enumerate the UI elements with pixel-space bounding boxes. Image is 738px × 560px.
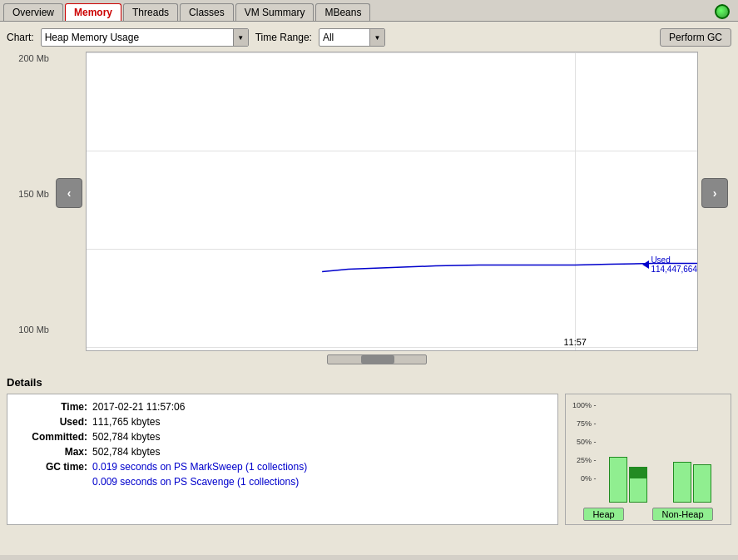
heap-button[interactable]: Heap [583, 508, 623, 521]
gc-time-value1: 0.019 seconds on PS MarkSweep (1 collect… [92, 461, 307, 473]
time-value: 2017-02-21 11:57:06 [92, 401, 185, 413]
chart-area-wrapper: 200 Mb 150 Mb 100 Mb ‹ [7, 52, 731, 351]
detail-gc-row2: 0.009 seconds on PS Scavenge (1 collecti… [17, 476, 547, 488]
y-label-200: 200 Mb [7, 53, 49, 63]
gc-time-label: GC time: [17, 461, 92, 473]
committed-value: 502,784 kbytes [92, 431, 160, 443]
y-label-150: 150 Mb [7, 189, 49, 199]
chart-svg [87, 52, 697, 350]
bar-y-0: 0% - [572, 474, 597, 483]
bar-y-axis: 100% - 75% - 50% - 25% - 0% - [572, 401, 597, 483]
chart-select[interactable]: Heap Memory Usage [42, 30, 233, 45]
perform-gc-button[interactable]: Perform GC [660, 28, 731, 47]
committed-label: Committed: [17, 431, 92, 443]
toolbar-row: Chart: Heap Memory Usage ▼ Time Range: A… [7, 28, 731, 47]
bar-chart-container: 100% - 75% - 50% - 25% - 0% - [569, 398, 727, 506]
detail-max-row: Max: 502,784 kbytes [17, 446, 547, 458]
max-label: Max: [17, 446, 92, 458]
used-value: 111,765 kbytes [92, 416, 160, 428]
time-range-label: Time Range: [255, 32, 312, 43]
detail-gc-row1: GC time: 0.019 seconds on PS MarkSweep (… [17, 461, 547, 473]
tab-classes[interactable]: Classes [180, 3, 234, 21]
nav-next-button[interactable]: › [701, 178, 728, 208]
heap-bar-1 [609, 457, 627, 503]
bar-y-25: 25% - [572, 456, 597, 464]
detail-used-row: Used: 111,765 kbytes [17, 416, 547, 428]
y-label-100: 100 Mb [7, 325, 49, 335]
details-section: Details Time: 2017-02-21 11:57:06 Used: … [7, 373, 731, 528]
detail-time-row: Time: 2017-02-21 11:57:06 [17, 401, 547, 413]
detail-committed-row: Committed: 502,784 kbytes [17, 431, 547, 443]
tab-mbeans[interactable]: MBeans [315, 3, 370, 21]
heap-bar-2 [629, 467, 647, 503]
time-range-select-arrow[interactable]: ▼ [369, 29, 384, 46]
tab-overview[interactable]: Overview [3, 3, 63, 21]
gc-time-label2 [17, 476, 92, 488]
non-heap-button[interactable]: Non-Heap [652, 508, 712, 521]
scrollbar-area [52, 354, 701, 364]
used-value-label: Used 114,447,664 [649, 255, 697, 274]
bar-y-50: 50% - [572, 438, 597, 446]
time-range-select[interactable]: All [319, 30, 369, 45]
heap-bar-2-dark [630, 468, 646, 478]
y-axis: 200 Mb 150 Mb 100 Mb [7, 52, 52, 351]
tab-bar: Overview Memory Threads Classes VM Summa… [0, 0, 738, 22]
bar-y-100: 100% - [572, 401, 597, 409]
nav-prev-button[interactable]: ‹ [56, 178, 82, 208]
time-label: Time: [17, 401, 92, 413]
heap-bars [609, 401, 647, 503]
used-arrow [642, 260, 649, 269]
non-heap-bars [673, 401, 711, 503]
bar-y-75: 75% - [572, 419, 597, 428]
x-axis-label: 11:57 [563, 337, 587, 347]
non-heap-bar-1 [673, 462, 691, 503]
scrollbar-thumb[interactable] [361, 355, 394, 364]
max-value: 502,784 kbytes [92, 446, 160, 458]
chart-area: Used 114,447,664 11:57 [86, 52, 698, 351]
used-label: Used: [17, 416, 92, 428]
scrollbar-track[interactable] [327, 354, 427, 364]
bar-chart-area: 100% - 75% - 50% - 25% - 0% - [565, 394, 731, 525]
time-range-select-wrapper: All ▼ [319, 28, 385, 47]
main-content: Chart: Heap Memory Usage ▼ Time Range: A… [0, 22, 738, 555]
gc-time-value2: 0.009 seconds on PS Scavenge (1 collecti… [92, 476, 299, 488]
details-body: Time: 2017-02-21 11:57:06 Used: 111,765 … [7, 394, 731, 525]
details-title: Details [7, 376, 731, 389]
plugin-icon [715, 4, 730, 19]
tab-threads[interactable]: Threads [123, 3, 178, 21]
chart-select-wrapper: Heap Memory Usage ▼ [41, 28, 249, 47]
tab-vm-summary[interactable]: VM Summary [235, 3, 315, 21]
chart-select-arrow[interactable]: ▼ [233, 29, 248, 46]
used-indicator: Used 114,447,664 [642, 255, 697, 274]
bars-container [596, 401, 724, 503]
tab-memory[interactable]: Memory [65, 3, 121, 21]
chart-label: Chart: [7, 32, 34, 43]
bar-labels: Heap Non-Heap [569, 508, 727, 521]
details-info: Time: 2017-02-21 11:57:06 Used: 111,765 … [7, 394, 558, 525]
non-heap-bar-2 [693, 464, 711, 503]
